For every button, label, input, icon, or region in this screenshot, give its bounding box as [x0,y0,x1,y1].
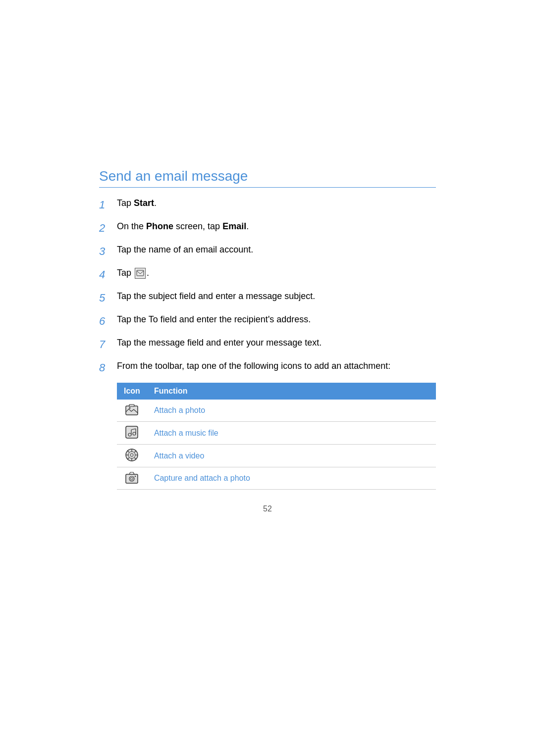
page-number: 52 [99,504,436,513]
table-row: Attach a photo [117,400,436,422]
function-cell-video: Attach a video [147,445,436,467]
step-2: 2 On the Phone screen, tap Email. [99,220,436,236]
svg-point-2 [129,407,131,409]
step-text-1: Tap Start. [117,197,436,210]
function-text-music: Attach a music file [154,429,218,437]
table-row: Capture and attach a photo [117,467,436,490]
function-cell-camera: Capture and attach a photo [147,467,436,490]
step-number-5: 5 [99,290,117,306]
step-number-6: 6 [99,313,117,329]
table-body: Attach a photo [117,400,436,490]
step-text-3: Tap the name of an email account. [117,243,436,256]
icon-cell-music [117,422,147,445]
content-area: Send an email message 1 Tap Start. 2 On … [99,168,436,513]
camera-icon [124,471,140,485]
step-number-2: 2 [99,220,117,236]
svg-point-24 [135,476,136,477]
col-icon-header: Icon [117,383,147,400]
function-cell-photo: Attach a photo [147,400,436,422]
step-text-6: Tap the To field and enter the recipient… [117,313,436,326]
table-header-row: Icon Function [117,383,436,400]
step-text-2: On the Phone screen, tap Email. [117,220,436,233]
step-4: 4 Tap . [99,266,436,283]
svg-rect-21 [126,474,138,483]
icon-cell-photo [117,400,147,422]
step-number-1: 1 [99,197,117,213]
step-7: 7 Tap the message field and enter your m… [99,336,436,353]
function-text-video: Attach a video [154,452,204,460]
step-number-7: 7 [99,336,117,353]
step-text-7: Tap the message field and enter your mes… [117,336,436,350]
music-icon [124,425,140,439]
function-text-photo: Attach a photo [154,406,205,414]
step-3: 3 Tap the name of an email account. [99,243,436,259]
table-header: Icon Function [117,383,436,400]
steps-list: 1 Tap Start. 2 On the Phone screen, tap … [99,197,436,376]
col-function-header: Function [147,383,436,400]
icon-cell-video [117,445,147,467]
table-row: Attach a music file [117,422,436,445]
step-number-8: 8 [99,359,117,376]
page-container: Send an email message 1 Tap Start. 2 On … [0,0,535,756]
step-text-8: From the toolbar, tap one of the followi… [117,359,436,373]
function-cell-music: Attach a music file [147,422,436,445]
step-6: 6 Tap the To field and enter the recipie… [99,313,436,329]
attachment-table: Icon Function [117,383,436,490]
photo-icon [124,403,140,417]
svg-rect-0 [137,270,144,276]
compose-icon [135,268,146,279]
step-text-5: Tap the subject field and enter a messag… [117,290,436,303]
icon-cell-camera [117,467,147,490]
step-number-4: 4 [99,266,117,283]
svg-rect-3 [129,404,134,406]
video-icon [124,448,140,462]
function-text-camera: Capture and attach a photo [154,474,250,482]
step-5: 5 Tap the subject field and enter a mess… [99,290,436,306]
section-title: Send an email message [99,168,436,188]
step-1: 1 Tap Start. [99,197,436,213]
step-text-4: Tap . [117,266,436,280]
step-8: 8 From the toolbar, tap one of the follo… [99,359,436,376]
table-row: Attach a video [117,445,436,467]
step-number-3: 3 [99,243,117,259]
